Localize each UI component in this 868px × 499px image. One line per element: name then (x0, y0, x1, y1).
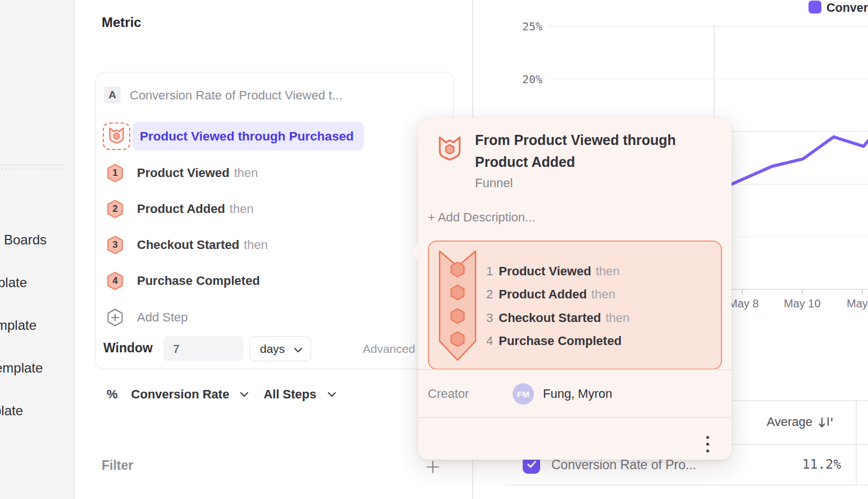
table-row-label[interactable]: Conversion Rate of Pro... (551, 457, 696, 473)
selected-funnel-label: Product Viewed through Purchased (140, 129, 354, 144)
x-axis-tick (742, 289, 743, 294)
step-4-name: Purchase Completed (137, 274, 260, 288)
metric-heading: Metric (102, 15, 141, 30)
popover-footer-divider (418, 417, 732, 418)
funnel-event-icon-box[interactable] (103, 123, 130, 150)
sort-descending-icon[interactable] (817, 414, 834, 433)
series-badge: A (104, 87, 121, 103)
funnel-step-4[interactable]: 4 Purchase Completed (107, 271, 421, 291)
add-description-button[interactable]: + Add Description... (428, 210, 535, 225)
advanced-link[interactable]: Advanced (363, 342, 415, 356)
step-2-hexagon-icon: 2 (107, 199, 124, 219)
step-1-name: Product Viewed (137, 166, 230, 180)
y-gridline (549, 26, 868, 27)
metric-card: A Conversion Rate of Product Viewed t...… (95, 72, 454, 369)
add-filter-button[interactable] (426, 460, 440, 477)
funnel-details-popover: From Product Viewed through Product Adde… (418, 118, 732, 460)
measurement-row: % Conversion Rate All Steps (107, 385, 336, 403)
funnel-step-1[interactable]: 1 Product Viewed then (107, 164, 421, 183)
add-step-button[interactable]: Add Step (107, 308, 421, 327)
add-step-icon (107, 309, 124, 326)
sidebar-divider (0, 164, 65, 165)
step-2-connector: then (230, 202, 254, 216)
table-row-average-value: 11.2% (758, 457, 841, 471)
creator-name: Fung, Myron (543, 387, 613, 401)
x-axis-tick-label: May 8 (728, 297, 759, 310)
selected-funnel-item[interactable]: Product Viewed through Purchased (133, 122, 364, 151)
step-4-hexagon-icon: 4 (107, 271, 124, 291)
x-axis-tick (802, 289, 803, 294)
step-1-connector: then (234, 166, 258, 180)
funnel-icon (108, 126, 125, 146)
window-input[interactable] (163, 336, 244, 361)
x-axis-tick-label: May 10 (784, 297, 821, 310)
percent-icon: % (107, 387, 118, 402)
step-3-name: Checkout Started (137, 238, 239, 252)
funnel-banner-icon (438, 250, 477, 364)
x-axis-tick-label: May (847, 297, 868, 310)
step-2-name: Product Added (137, 202, 225, 216)
chevron-down-icon[interactable] (240, 392, 249, 397)
legend-swatch (808, 1, 821, 13)
window-unit-select[interactable]: days (249, 336, 311, 361)
app-root: Boards plate mplate emplate plate Metric… (0, 0, 868, 499)
sidebar-item-template-3[interactable]: emplate (0, 360, 43, 376)
more-options-kebab-icon[interactable] (702, 433, 713, 455)
y-gridline (549, 79, 868, 80)
chevron-down-icon (294, 342, 303, 356)
creator-avatar: FM (513, 383, 534, 405)
popover-steps-box: 1 Product Viewed then 2 Product Added th… (428, 241, 722, 370)
popover-step-1: 1 Product Viewed then (486, 262, 620, 281)
steps-scope-dropdown[interactable]: All Steps (263, 387, 316, 402)
filter-heading: Filter (102, 458, 133, 473)
step-3-connector: then (244, 238, 268, 252)
average-column-header[interactable]: Average (719, 415, 812, 429)
window-unit-value: days (260, 342, 285, 356)
funnel-step-2[interactable]: 2 Product Added then (107, 199, 421, 219)
y-axis-tick-label: 25% (509, 20, 542, 33)
legend-label[interactable]: Conver (826, 1, 868, 15)
series-title[interactable]: Conversion Rate of Product Viewed t... (130, 88, 342, 103)
step-1-hexagon-icon: 1 (107, 164, 124, 183)
funnel-step-3[interactable]: 3 Checkout Started then (107, 235, 421, 255)
popover-title: From Product Viewed through Product Adde… (475, 129, 705, 173)
popover-step-3: 3 Checkout Started then (486, 309, 629, 328)
window-label: Window (103, 341, 153, 356)
popover-step-4: 4 Purchase Completed (486, 332, 626, 351)
y-axis-tick-label: 20% (509, 72, 542, 86)
table-row-divider (505, 484, 868, 486)
left-sidebar (0, 0, 75, 499)
x-axis-tick (862, 289, 863, 294)
table-column-divider (856, 400, 857, 485)
sidebar-item-template-1[interactable]: plate (0, 275, 27, 291)
checkmark-icon (526, 458, 538, 473)
sidebar-dotted-divider (0, 167, 65, 172)
popover-divider (418, 369, 732, 370)
sidebar-item-template-4[interactable]: plate (0, 403, 23, 419)
measure-dropdown[interactable]: Conversion Rate (131, 387, 230, 402)
creator-label: Creator (428, 387, 469, 401)
add-step-label: Add Step (137, 310, 188, 325)
popover-step-2: 2 Product Added then (486, 285, 615, 304)
chevron-down-icon[interactable] (327, 392, 336, 397)
popover-type-label: Funnel (475, 176, 513, 190)
funnel-icon (437, 135, 463, 163)
sidebar-item-boards[interactable]: Boards (4, 232, 47, 248)
step-3-hexagon-icon: 3 (107, 235, 124, 255)
sidebar-item-template-2[interactable]: mplate (0, 317, 36, 333)
